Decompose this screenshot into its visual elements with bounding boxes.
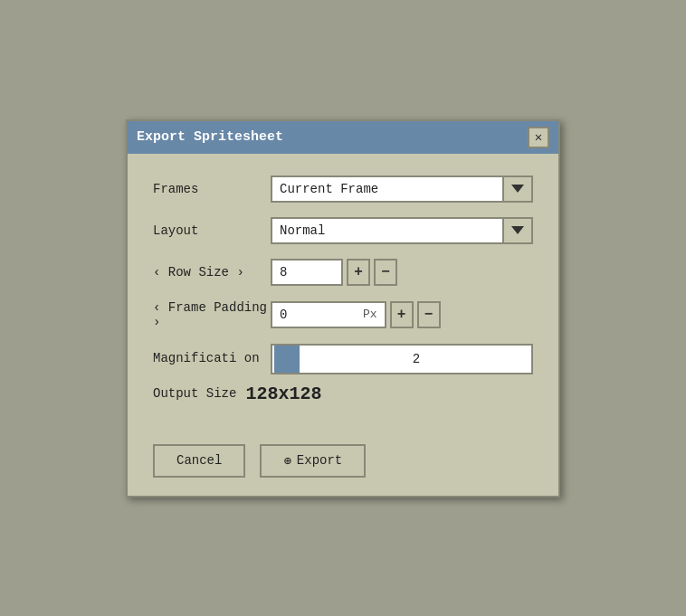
frame-padding-label: ‹ Frame Padding ›	[153, 300, 271, 329]
export-button[interactable]: ⊕ Export	[260, 444, 366, 478]
px-label: Px	[363, 308, 385, 321]
magnification-label: Magnificati on	[153, 350, 271, 366]
row-size-controls: + −	[271, 259, 397, 286]
frames-dropdown-button[interactable]	[502, 177, 531, 201]
export-spritesheet-dialog: Export Spritesheet ✕ Frames Current Fram…	[126, 119, 560, 498]
layout-dropdown-button[interactable]	[502, 219, 531, 242]
dialog-body: Frames Current Frame Layout Normal ‹ Row…	[128, 154, 558, 444]
output-size-label: Output Size	[153, 386, 236, 401]
row-size-increment-button[interactable]: +	[347, 259, 370, 286]
row-size-decrement-button[interactable]: −	[374, 259, 397, 286]
frames-row: Frames Current Frame	[153, 175, 533, 203]
layout-value: Normal	[272, 219, 502, 242]
dialog-title: Export Spritesheet	[137, 129, 283, 145]
export-label: Export	[297, 453, 342, 468]
frame-padding-row: ‹ Frame Padding › Px + −	[153, 300, 533, 329]
frames-label: Frames	[153, 182, 271, 196]
frames-value: Current Frame	[272, 177, 502, 201]
frames-dropdown[interactable]: Current Frame	[271, 175, 533, 203]
frame-padding-input[interactable]	[272, 303, 363, 327]
magnification-value: 2	[301, 352, 531, 366]
cancel-label: Cancel	[176, 453, 222, 468]
export-icon: ⊕	[283, 453, 291, 469]
frame-padding-increment-button[interactable]: +	[390, 301, 414, 328]
row-size-row: ‹ Row Size › + −	[153, 259, 533, 286]
title-bar: Export Spritesheet ✕	[128, 121, 558, 154]
layout-dropdown[interactable]: Normal	[271, 217, 533, 244]
dialog-footer: Cancel ⊕ Export	[128, 444, 558, 496]
magnification-row: Magnificati on 2	[153, 344, 533, 374]
row-size-input[interactable]	[271, 259, 343, 286]
layout-row: Layout Normal	[153, 217, 533, 244]
frame-padding-decrement-button[interactable]: −	[417, 301, 441, 328]
layout-label: Layout	[153, 223, 271, 238]
frame-padding-controls: Px + −	[271, 301, 441, 328]
close-button[interactable]: ✕	[528, 127, 549, 148]
output-size-value: 128x128	[245, 384, 321, 404]
row-size-label: ‹ Row Size ›	[153, 265, 271, 280]
cancel-button[interactable]: Cancel	[153, 444, 245, 478]
magnification-slider-handle[interactable]	[274, 346, 300, 373]
chevron-down-icon	[511, 185, 524, 193]
chevron-down-icon	[511, 226, 524, 234]
frame-padding-input-wrapper[interactable]: Px	[271, 301, 386, 328]
output-size-row: Output Size 128x128	[153, 384, 533, 404]
magnification-slider[interactable]: 2	[271, 344, 533, 374]
